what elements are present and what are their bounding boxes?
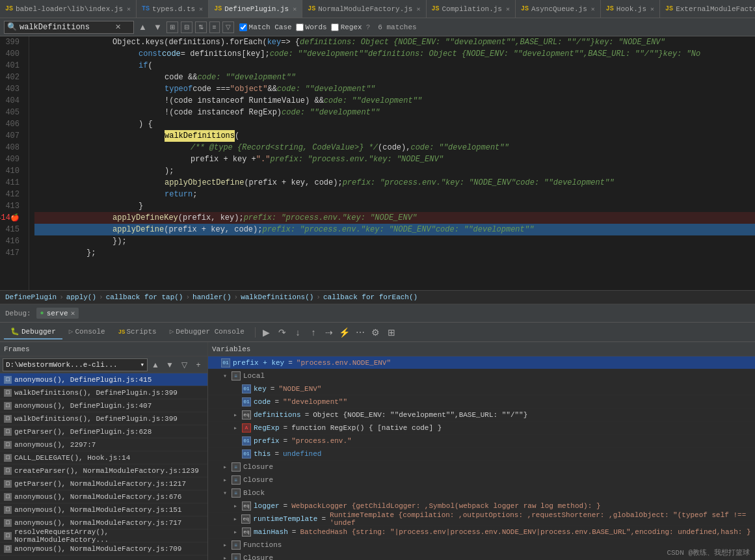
code-line-408[interactable]: /** @type {Record<string, CodeValue>} */… bbox=[34, 142, 755, 153]
code-line-416[interactable]: }); bbox=[34, 235, 755, 247]
debug-step-over-button[interactable]: ↷ bbox=[275, 325, 289, 340]
code-line-409[interactable]: prefix + key + "." prefix: "process.env.… bbox=[34, 153, 755, 165]
code-line-405[interactable]: !(code instanceof RegExp) code: ""develo… bbox=[34, 107, 755, 118]
tab-close-compilation[interactable]: ✕ bbox=[506, 5, 510, 13]
var-top-item[interactable]: 01prefix + key = "process.env.NODE_ENV" bbox=[208, 356, 755, 369]
tab-types-d-ts[interactable]: TStypes.d.ts✕ bbox=[137, 0, 209, 18]
tab-close-define-plugin[interactable]: ✕ bbox=[293, 5, 297, 13]
whole-words-checkbox[interactable] bbox=[296, 23, 304, 31]
var-item-0-1[interactable]: 01code = ""development"" bbox=[208, 395, 755, 408]
frame-item-12[interactable]: □resolveRequestArray(), NormalModuleFact… bbox=[0, 529, 207, 542]
breadcrumb-item-3[interactable]: handler() bbox=[192, 293, 231, 301]
frame-item-0[interactable]: □anonymous(), DefinePlugin.js:415 bbox=[0, 373, 207, 386]
var-section-2[interactable]: ▸≡Closure bbox=[208, 473, 755, 487]
next-match-button[interactable]: ▼ bbox=[152, 22, 164, 32]
code-line-407[interactable]: walkDefinitions( bbox=[34, 130, 755, 142]
prev-match-button[interactable]: ▲ bbox=[137, 22, 149, 32]
tool2-button[interactable]: ≡ bbox=[209, 21, 220, 33]
search-input[interactable] bbox=[20, 23, 111, 32]
debug-step-out-button[interactable]: ↑ bbox=[306, 325, 321, 340]
tab-close-normal-module-factory[interactable]: ✕ bbox=[416, 5, 420, 13]
frame-item-9[interactable]: □anonymous(), NormalModuleFactory.js:676 bbox=[0, 490, 207, 503]
var-expand-3-2[interactable]: ▸ bbox=[232, 528, 239, 536]
code-line-401[interactable]: if ( bbox=[34, 60, 755, 72]
tab-hook[interactable]: JSHook.js✕ bbox=[601, 0, 660, 18]
frames-down-button[interactable]: ▼ bbox=[163, 358, 176, 371]
var-item-0-5[interactable]: 01this = undefined bbox=[208, 447, 755, 460]
tab-close-babel-loader[interactable]: ✕ bbox=[127, 5, 131, 13]
breadcrumb-item-1[interactable]: apply() bbox=[66, 293, 96, 301]
var-item-0-4[interactable]: 01prefix = "process.env." bbox=[208, 434, 755, 447]
code-line-403[interactable]: typeof code === "object" && code: ""deve… bbox=[34, 83, 755, 95]
tab-babel-loader[interactable]: JSbabel-loader\lib\index.js✕ bbox=[0, 0, 137, 18]
code-line-400[interactable]: const code = definitions[key]; code: ""d… bbox=[34, 48, 755, 60]
debug-tab-debugger[interactable]: 🐛Debugger bbox=[4, 325, 62, 340]
debug-more-button[interactable]: ⋯ bbox=[353, 325, 367, 340]
debug-session[interactable]: ● serve ✕ bbox=[36, 308, 79, 319]
debug-settings-button[interactable]: ⚙ bbox=[369, 325, 383, 340]
code-line-415[interactable]: applyDefine(prefix + key, code); prefix:… bbox=[34, 224, 755, 235]
frame-item-7[interactable]: □createParser(), NormalModuleFactory.js:… bbox=[0, 464, 207, 477]
regex-checkbox[interactable] bbox=[331, 23, 339, 31]
clear-search-button[interactable]: ✕ bbox=[113, 22, 123, 32]
filter-icon-button[interactable]: ▽ bbox=[222, 21, 234, 33]
frame-item-6[interactable]: □CALL_DELEGATE(), Hook.js:14 bbox=[0, 451, 207, 464]
frame-item-5[interactable]: □anonymous(), 2297:7 bbox=[0, 438, 207, 451]
debug-tab-console[interactable]: ▷Console bbox=[62, 325, 112, 340]
var-expand-0-2[interactable]: ▸ bbox=[232, 411, 239, 419]
var-item-3-2[interactable]: ▸eqmainHash = BatchedHash {string: "|pro… bbox=[208, 526, 755, 539]
match-case-option[interactable]: Match Case bbox=[239, 23, 292, 31]
whole-words-option[interactable]: Words bbox=[296, 23, 327, 31]
frames-filter-button[interactable]: ▽ bbox=[178, 358, 191, 371]
code-line-417[interactable]: }; bbox=[34, 247, 755, 259]
frames-dropdown[interactable]: D:\WebstormWork...e-cli... ▾ bbox=[3, 358, 148, 371]
breadcrumb-item-2[interactable]: callback for tap() bbox=[106, 293, 183, 301]
debug-tab-debugger-console[interactable]: ▷Debugger Console bbox=[163, 325, 251, 340]
code-line-406[interactable]: ) { bbox=[34, 118, 755, 130]
var-section-1[interactable]: ▸≡Closure bbox=[208, 460, 755, 473]
frame-item-1[interactable]: □walkDefinitions(), DefinePlugin.js:399 bbox=[0, 386, 207, 399]
var-expand-3-1[interactable]: ▸ bbox=[232, 515, 239, 523]
tab-close-types-d-ts[interactable]: ✕ bbox=[199, 5, 203, 13]
expand-search-button[interactable]: ⊞ bbox=[166, 21, 178, 33]
var-item-3-1[interactable]: ▸eqruntimeTemplate = RuntimeTemplate {co… bbox=[208, 513, 755, 526]
debug-run-to-cursor-button[interactable]: ⇢ bbox=[322, 325, 336, 340]
var-item-0-2[interactable]: ▸eqdefinitions = Object {NODE_ENV: ""dev… bbox=[208, 408, 755, 421]
code-line-413[interactable]: } bbox=[34, 200, 755, 212]
frames-add-button[interactable]: + bbox=[192, 358, 205, 371]
var-item-0-0[interactable]: 01key = "NODE_ENV" bbox=[208, 382, 755, 395]
match-case-checkbox[interactable] bbox=[239, 23, 247, 31]
debug-layout-button[interactable]: ⊞ bbox=[384, 325, 399, 340]
debug-tab-scripts[interactable]: JSScripts bbox=[112, 325, 163, 340]
frames-up-button[interactable]: ▲ bbox=[149, 358, 162, 371]
frame-item-13[interactable]: □anonymous(), NormalModuleFactory.js:709 bbox=[0, 542, 207, 555]
code-content[interactable]: Object.keys(definitions).forEach(key => … bbox=[29, 36, 755, 290]
debug-evaluate-button[interactable]: ⚡ bbox=[338, 325, 352, 340]
code-line-402[interactable]: code && code: ""development"" bbox=[34, 72, 755, 83]
code-line-414[interactable]: applyDefineKey(prefix, key); prefix: "pr… bbox=[34, 212, 755, 224]
code-line-410[interactable]: ); bbox=[34, 165, 755, 177]
var-section-0[interactable]: ▾≡Local bbox=[208, 369, 755, 382]
var-expand-0-3[interactable]: ▸ bbox=[232, 424, 239, 432]
debug-step-into-button[interactable]: ↓ bbox=[291, 325, 305, 340]
tab-close-hook[interactable]: ✕ bbox=[650, 5, 654, 13]
tool1-button[interactable]: ⇅ bbox=[195, 21, 207, 33]
frame-item-4[interactable]: □getParser(), DefinePlugin.js:628 bbox=[0, 425, 207, 438]
regex-option[interactable]: Regex bbox=[331, 23, 362, 31]
code-line-404[interactable]: !(code instanceof RuntimeValue) && code:… bbox=[34, 95, 755, 107]
code-line-412[interactable]: return; bbox=[34, 189, 755, 200]
tab-normal-module-factory[interactable]: JSNormalModuleFactory.js✕ bbox=[302, 0, 426, 18]
breadcrumb-item-0[interactable]: DefinePlugin bbox=[5, 293, 57, 301]
frame-item-3[interactable]: □walkDefinitions(), DefinePlugin.js:399 bbox=[0, 412, 207, 425]
debug-session-close[interactable]: ✕ bbox=[71, 309, 75, 317]
breadcrumb-item-5[interactable]: callback for forEach() bbox=[323, 293, 417, 301]
code-line-399[interactable]: Object.keys(definitions).forEach(key => … bbox=[34, 36, 755, 48]
var-section-3[interactable]: ▾≡Block bbox=[208, 487, 755, 500]
breadcrumb-item-4[interactable]: walkDefinitions() bbox=[241, 293, 313, 301]
tab-async-queue[interactable]: JSAsyncQueue.js✕ bbox=[516, 0, 601, 18]
debug-resume-button[interactable]: ▶ bbox=[259, 325, 274, 340]
frame-item-8[interactable]: □getParser(), NormalModuleFactory.js:121… bbox=[0, 477, 207, 490]
tab-compilation[interactable]: JSCompilation.js✕ bbox=[427, 0, 516, 18]
tab-define-plugin[interactable]: JSDefinePlugin.js✕ bbox=[209, 0, 302, 18]
filter-button[interactable]: ⊟ bbox=[181, 21, 192, 33]
